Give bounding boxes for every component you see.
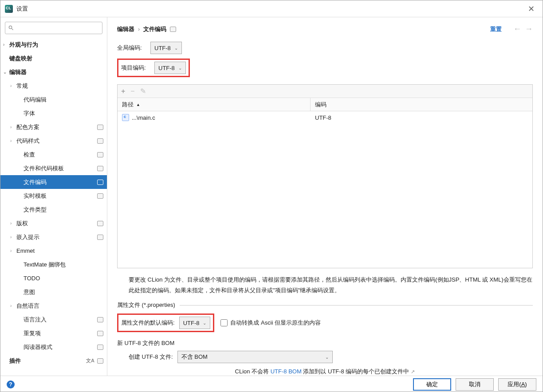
chevron-icon: › (10, 248, 16, 253)
bom-link[interactable]: UTF-8 BOM (271, 368, 302, 375)
tree-item-label: 嵌入提示 (16, 233, 39, 241)
chevron-icon: ⌄ (3, 70, 8, 74)
chevron-icon: › (10, 303, 16, 308)
project-badge-icon (97, 138, 103, 144)
tree-item[interactable]: ›自然语言 (0, 299, 107, 313)
tree-item-label: 自然语言 (16, 302, 39, 310)
ok-button[interactable]: 确定 (413, 378, 451, 391)
chevron-icon: › (10, 138, 16, 143)
table-body: ...\main.cUTF-8 (118, 111, 532, 268)
project-encoding-label: 项目编码: (121, 64, 154, 72)
tree-item-label: 键盘映射 (9, 55, 32, 63)
tree-item-label: 外观与行为 (9, 41, 38, 49)
sort-asc-icon: ▲ (136, 102, 140, 107)
bom-heading: 新 UTF-8 文件的 BOM (117, 339, 533, 347)
tree-item[interactable]: TextMate 捆绑包 (0, 258, 107, 271)
back-arrow-icon[interactable]: ← (513, 24, 521, 34)
col-path[interactable]: 路径 ▲ (118, 98, 311, 111)
global-encoding-combo[interactable]: UTF-8 ⌄ (150, 42, 182, 54)
help-icon[interactable]: ? (7, 380, 15, 388)
tree-item[interactable]: ›代码样式 (0, 134, 107, 148)
tree-item[interactable]: 文件类型 (0, 203, 107, 216)
tree-item[interactable]: 字体 (0, 106, 107, 120)
window-title: 设置 (16, 5, 524, 13)
tree-item[interactable]: 文件编码 (0, 175, 107, 189)
edit-icon[interactable]: ✎ (140, 87, 146, 95)
bom-create-label: 创建 UTF-8 文件: (129, 353, 173, 361)
tree-item-label: 检查 (24, 151, 35, 159)
tree-item-label: 文件和代码模板 (24, 165, 64, 172)
tree-item[interactable]: 文件和代码模板 (0, 161, 107, 175)
close-icon[interactable]: ✕ (524, 2, 538, 16)
breadcrumb: 编辑器 › 文件编码 重置 ← → (117, 24, 533, 34)
project-encoding-highlight: 项目编码: UTF-8 ⌄ (117, 59, 190, 77)
chevron-down-icon: ⌄ (203, 321, 206, 325)
project-badge-icon (97, 331, 103, 336)
apply-button[interactable]: 应用(A) (498, 378, 536, 391)
tree-item[interactable]: TODO (0, 271, 107, 285)
chevron-icon: › (10, 83, 16, 88)
ascii-checkbox[interactable] (220, 319, 228, 326)
bom-section: 新 UTF-8 文件的 BOM 创建 UTF-8 文件: 不含 BOM ⌄ CL… (117, 339, 533, 376)
tree-item-label: Emmet (16, 247, 35, 254)
project-badge-icon (97, 180, 103, 185)
search-field[interactable] (16, 25, 99, 31)
tree-item[interactable]: ›Emmet (0, 244, 107, 258)
project-badge-icon (97, 152, 103, 157)
tree-item[interactable]: 代码编辑 (0, 93, 107, 106)
cancel-button[interactable]: 取消 (456, 378, 494, 391)
project-badge-icon (97, 166, 103, 171)
search-icon (8, 25, 14, 31)
tree-item[interactable]: 语言注入 (0, 313, 107, 326)
tree-item[interactable]: 检查 (0, 148, 107, 161)
properties-legend: 属性文件 (*.properties) (117, 301, 180, 309)
project-encoding-combo[interactable]: UTF-8 ⌄ (154, 62, 186, 74)
footer: ? 确定 取消 应用(A) (0, 376, 543, 392)
table-row[interactable]: ...\main.cUTF-8 (118, 111, 532, 124)
table-header: 路径 ▲ 编码 (118, 98, 532, 111)
breadcrumb-root[interactable]: 编辑器 (117, 25, 134, 33)
properties-default-combo[interactable]: UTF-8 ⌄ (179, 317, 211, 329)
bom-create-combo[interactable]: 不含 BOM ⌄ (177, 351, 333, 363)
tree-item[interactable]: 阅读器模式 (0, 340, 107, 354)
project-badge-icon (97, 358, 103, 364)
search-input[interactable] (5, 22, 102, 34)
tree-item-label: 代码样式 (16, 137, 39, 145)
tree-item-label: 阅读器模式 (24, 343, 52, 351)
external-link-icon: ↗ (411, 369, 415, 374)
tree-item[interactable]: 意图 (0, 285, 107, 299)
row-encoding: UTF-8 (311, 114, 532, 121)
tree-item[interactable]: ›外观与行为 (0, 38, 107, 51)
properties-default-label: 属性文件的默认编码: (121, 319, 175, 327)
tree-item[interactable]: ›版权 (0, 216, 107, 230)
project-badge-icon (97, 125, 103, 130)
forward-arrow-icon[interactable]: → (525, 24, 533, 34)
tree-item[interactable]: ⌄编辑器 (0, 65, 107, 79)
tree-item-label: TODO (24, 275, 40, 282)
ascii-checkbox-label: 自动转换成 Ascii 但显示原生的内容 (230, 319, 321, 327)
encoding-table: + − ✎ 路径 ▲ 编码 ...\main.cUTF-8 (117, 84, 533, 268)
remove-icon[interactable]: − (130, 87, 134, 95)
chevron-down-icon: ⌄ (325, 355, 329, 360)
tree-item-label: 代码编辑 (24, 96, 47, 104)
tree-item-label: 配色方案 (16, 123, 39, 131)
ascii-checkbox-wrap[interactable]: 自动转换成 Ascii 但显示原生的内容 (220, 319, 321, 327)
tree-item[interactable]: 实时模板 (0, 189, 107, 203)
table-toolbar: + − ✎ (118, 85, 532, 98)
tree-item[interactable]: ›常规 (0, 79, 107, 93)
col-encoding[interactable]: 编码 (311, 98, 532, 111)
tree-item-label: 意图 (24, 288, 35, 296)
tree-item[interactable]: ›嵌入提示 (0, 230, 107, 244)
project-badge-icon (97, 221, 103, 226)
add-icon[interactable]: + (121, 87, 125, 95)
reset-link[interactable]: 重置 (490, 25, 502, 33)
tree-item-label: TextMate 捆绑包 (24, 261, 66, 269)
global-encoding-label: 全局编码: (117, 44, 150, 52)
tree-item[interactable]: 键盘映射 (0, 51, 107, 65)
chevron-down-icon: ⌄ (174, 46, 178, 51)
tree-item[interactable]: 插件文A (0, 354, 107, 368)
project-badge-icon (97, 193, 103, 199)
tree-item[interactable]: ›配色方案 (0, 120, 107, 134)
tree-item-label: 文件类型 (24, 206, 47, 214)
tree-item[interactable]: 重复项 (0, 326, 107, 340)
